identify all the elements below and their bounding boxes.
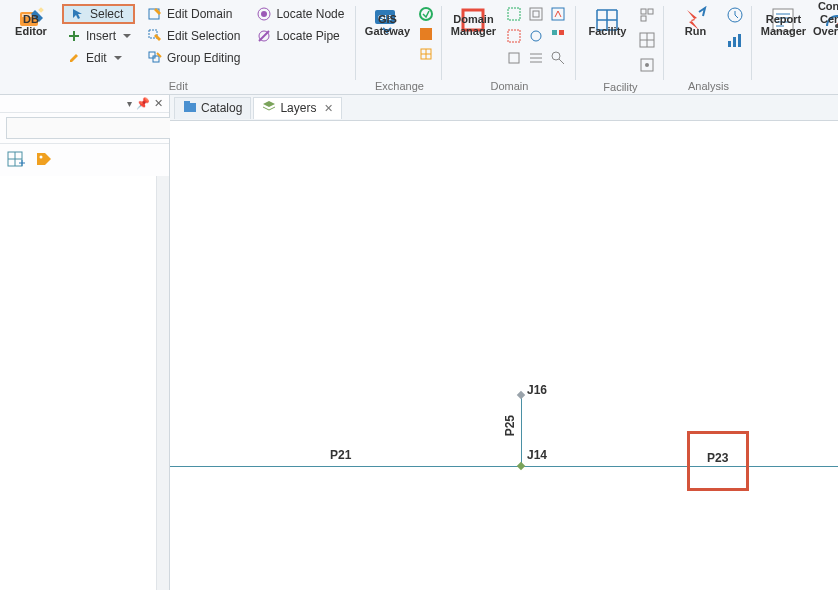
panel-pin-icon[interactable]: 📌 [136, 97, 150, 110]
svg-rect-33 [728, 41, 731, 47]
locate-pipe-icon [256, 28, 272, 44]
domain-tool-4[interactable] [504, 26, 524, 46]
group-label-edit: Edit [4, 78, 352, 94]
svg-rect-41 [184, 103, 196, 112]
facility-tool-2[interactable] [638, 31, 656, 52]
domain-tool-1[interactable] [504, 4, 524, 24]
svg-rect-27 [648, 9, 653, 14]
panel-menu-icon[interactable]: ▾ [127, 98, 132, 109]
insert-icon [66, 28, 82, 44]
group-label-facility: Facility [580, 79, 660, 95]
exchange-icon-2[interactable] [418, 26, 434, 42]
search-input[interactable] [6, 117, 184, 139]
node-j16[interactable] [517, 391, 525, 399]
svg-rect-26 [641, 9, 646, 14]
edit-selection-icon [147, 28, 163, 44]
group-editing-icon [147, 50, 163, 66]
edit-selection-button[interactable]: Edit Selection [143, 26, 244, 46]
exchange-icon-3[interactable] [418, 46, 434, 62]
control-center-overview-button[interactable]: Control Center Overview [810, 2, 838, 40]
analysis-tool-1[interactable] [726, 6, 744, 27]
insert-button[interactable]: Insert [62, 26, 135, 46]
label-j14: J14 [527, 448, 547, 462]
locate-pipe-button[interactable]: Locate Pipe [252, 26, 348, 46]
domain-tool-5[interactable] [526, 26, 546, 46]
ribbon: DB Editor Select Insert [0, 0, 838, 95]
svg-rect-35 [738, 34, 741, 47]
svg-rect-17 [530, 8, 542, 20]
tab-close-icon[interactable]: ✕ [324, 102, 333, 115]
domain-tool-7[interactable] [504, 48, 524, 68]
svg-point-12 [420, 8, 432, 20]
pencil-icon [66, 50, 82, 66]
tab-catalog[interactable]: Catalog [174, 97, 251, 119]
svg-rect-42 [184, 101, 190, 104]
edit-domain-icon [147, 6, 163, 22]
pipe-line-vert [521, 395, 522, 466]
map-canvas[interactable]: P21 J16 P25 J14 P23 [170, 121, 838, 590]
svg-point-21 [531, 31, 541, 41]
svg-point-25 [552, 52, 560, 60]
label-p21: P21 [330, 448, 351, 462]
svg-point-7 [261, 11, 267, 17]
side-tool-grid[interactable] [6, 150, 26, 170]
gis-gateway-button[interactable]: GIS GIS Gateway [360, 2, 414, 40]
analysis-tool-2[interactable] [726, 31, 744, 52]
domain-manager-button[interactable]: Domain Manager [446, 2, 500, 40]
group-editing-button[interactable]: Group Editing [143, 48, 244, 68]
label-p25: P25 [503, 415, 517, 436]
svg-rect-34 [733, 37, 736, 47]
facility-button[interactable]: Facility [580, 2, 634, 40]
svg-rect-23 [559, 30, 564, 35]
group-label-exchange: Exchange [360, 78, 438, 94]
label-j16: J16 [527, 383, 547, 397]
edit-button[interactable]: Edit [62, 48, 135, 68]
panel-close-icon[interactable]: ✕ [154, 97, 163, 110]
group-label-domain: Domain [446, 78, 572, 94]
facility-tool-3[interactable] [638, 56, 656, 77]
group-label-analysis: Analysis [668, 78, 748, 94]
svg-rect-16 [508, 8, 520, 20]
svg-point-31 [645, 63, 649, 67]
document-tabs: Catalog Layers ✕ [170, 95, 838, 121]
run-button[interactable]: Run [668, 2, 722, 40]
svg-rect-28 [641, 16, 646, 21]
domain-tool-2[interactable] [526, 4, 546, 24]
select-button[interactable]: Select [62, 4, 135, 24]
svg-rect-24 [509, 53, 519, 63]
side-tool-tag[interactable] [34, 150, 54, 170]
svg-rect-22 [552, 30, 557, 35]
svg-point-40 [40, 156, 43, 159]
svg-rect-18 [533, 11, 539, 17]
catalog-tab-icon [183, 100, 197, 117]
svg-rect-13 [420, 28, 432, 40]
locate-node-icon [256, 6, 272, 22]
highlight-p23 [687, 431, 749, 491]
edit-domain-button[interactable]: Edit Domain [143, 4, 244, 24]
side-panel: ▾ 📌 ✕ ▾ [0, 95, 170, 590]
domain-tool-9[interactable] [548, 48, 568, 68]
domain-tool-6[interactable] [548, 26, 568, 46]
cursor-icon [70, 6, 86, 22]
locate-node-button[interactable]: Locate Node [252, 4, 348, 24]
svg-rect-6 [153, 56, 159, 62]
domain-tools [500, 2, 572, 70]
facility-tool-1[interactable] [638, 6, 656, 27]
exchange-icon-1[interactable] [418, 6, 434, 22]
side-scroll-area[interactable] [0, 176, 169, 590]
side-search: ▾ [0, 113, 169, 144]
tab-layers[interactable]: Layers ✕ [253, 97, 342, 119]
db-editor-button[interactable]: DB Editor [4, 2, 58, 40]
domain-tool-8[interactable] [526, 48, 546, 68]
svg-rect-19 [552, 8, 564, 20]
node-j14[interactable] [517, 462, 525, 470]
svg-rect-20 [508, 30, 520, 42]
report-manager-button[interactable]: Report Manager [756, 2, 810, 40]
svg-rect-5 [149, 52, 155, 58]
domain-tool-3[interactable] [548, 4, 568, 24]
layers-tab-icon [262, 100, 276, 117]
